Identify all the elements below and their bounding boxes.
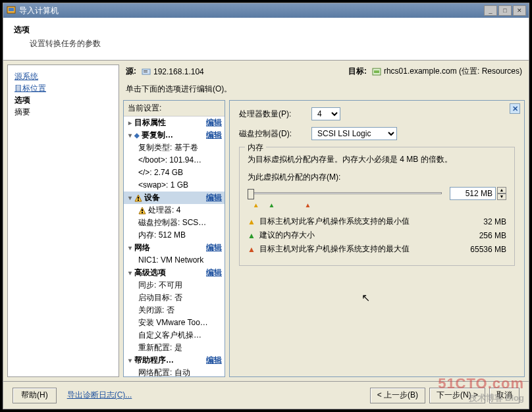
edit-link[interactable]: 编辑 — [206, 192, 222, 203]
server-icon — [142, 67, 151, 76]
item-boot[interactable]: </boot>: 101.94… — [124, 154, 225, 167]
back-button[interactable]: < 上一步(B) — [370, 388, 425, 403]
wizard-footer: 帮助(H) 导出诊断日志(C)... < 上一步(B) 下一步(N) > 取消 — [3, 381, 529, 409]
spinner-down[interactable]: ▼ — [497, 193, 506, 200]
settings-tree[interactable]: 当前设置: ▸ 目标属性 编辑 ▾ ◆ 要复制… 编辑 复制类型: 基于卷 </… — [123, 100, 225, 377]
warning-icon — [134, 194, 142, 202]
maximize-button[interactable]: □ — [498, 5, 512, 16]
slider-markers: ▲ ▲ ▲ — [248, 201, 506, 211]
chevron-down-icon: ▾ — [126, 242, 133, 253]
right-pane: 源: 192.168.1.104 目标: rhcs01.example.com … — [119, 61, 529, 381]
nav-source-system[interactable]: 源系统 — [14, 70, 112, 82]
memory-hint: 为目标虚拟机分配内存量。内存大小必须是 4 MB 的倍数。 — [248, 154, 506, 165]
marker-rec-icon: ▲ — [268, 201, 275, 209]
item-customize[interactable]: 自定义客户机操… — [124, 329, 225, 342]
titlebar[interactable]: 导入计算机 _ □ ✕ — [3, 3, 529, 18]
item-sync[interactable]: 同步: 不可用 — [124, 279, 225, 292]
nav-target-location[interactable]: 目标位置 — [14, 82, 112, 94]
item-root[interactable]: </>: 2.74 GB — [124, 167, 225, 179]
disk-ctrl-label: 磁盘控制器(D): — [239, 128, 311, 140]
memory-legend: 内存 — [245, 142, 266, 153]
source-value: 192.168.1.104 — [153, 67, 204, 76]
svg-rect-3 — [144, 70, 147, 71]
mouse-cursor-icon: ↖ — [361, 292, 370, 304]
memory-fieldset: 内存 为目标虚拟机分配内存量。内存大小必须是 4 MB 的倍数。 为此虚拟机分配… — [239, 147, 515, 266]
diamond-icon: ◆ — [134, 130, 140, 141]
chevron-down-icon: ▾ — [126, 192, 133, 203]
marker-min-icon: ▲ — [253, 201, 259, 209]
export-log-link[interactable]: 导出诊断日志(C)... — [67, 390, 132, 401]
cpu-count-select[interactable]: 4 — [311, 107, 340, 120]
group-to-copy[interactable]: ▾ ◆ 要复制… 编辑 — [124, 129, 225, 142]
memory-slider[interactable] — [248, 187, 442, 200]
item-vmtools[interactable]: 安装 VMware Too… — [124, 317, 225, 329]
group-devices[interactable]: ▾ 设备 编辑 — [124, 192, 225, 204]
edit-link[interactable]: 编辑 — [206, 242, 222, 253]
group-advanced[interactable]: ▾ 高级选项 编辑 — [124, 267, 225, 279]
window-title: 导入计算机 — [19, 5, 483, 16]
app-icon — [6, 5, 16, 16]
legend-max: ▲ 目标主机对此客户机操作系统支持的最大值 65536 MB — [248, 244, 506, 255]
svg-rect-6 — [374, 70, 379, 73]
item-netcfg[interactable]: 网络配置: 自动 — [124, 367, 225, 377]
nav-options: 选项 — [14, 94, 112, 106]
source-label: 源: — [126, 66, 136, 77]
item-cpu[interactable]: 处理器: 4 — [124, 204, 225, 217]
svg-rect-11 — [142, 209, 143, 211]
host-icon — [372, 67, 381, 76]
help-button[interactable]: 帮助(H) — [13, 388, 57, 403]
config-panel: ✕ 处理器数量(P): 4 磁盘控制器(D): SCSI LSI Logic — [229, 100, 525, 377]
edit-link[interactable]: 编辑 — [206, 130, 222, 141]
edit-link[interactable]: 编辑 — [206, 117, 222, 128]
chevron-down-icon: ▾ — [126, 267, 133, 278]
legend-min: ▲ 目标主机对此客户机操作系统支持的最小值 32 MB — [248, 216, 506, 227]
svg-rect-4 — [144, 72, 147, 72]
item-copy-type[interactable]: 复制类型: 基于卷 — [124, 142, 225, 154]
chevron-down-icon: ▾ — [126, 355, 133, 366]
cpu-count-label: 处理器数量(P): — [239, 109, 311, 120]
warning-icon — [138, 207, 146, 215]
wizard-body: 源系统 目标位置 选项 摘要 源: 192.168.1.104 目标: rhcs… — [3, 61, 529, 381]
group-target-props[interactable]: ▸ 目标属性 编辑 — [124, 116, 225, 129]
edit-link[interactable]: 编辑 — [206, 355, 222, 366]
page-title: 选项 — [14, 24, 518, 36]
group-helpers[interactable]: ▾ 帮助程序… 编辑 — [124, 354, 225, 367]
target-value: rhcs01.example.com (位置: Resources) — [384, 66, 522, 77]
item-memory[interactable]: 内存: 512 MB — [124, 229, 225, 242]
item-boot-target[interactable]: 启动目标: 否 — [124, 292, 225, 304]
cancel-button[interactable]: 取消 — [489, 388, 519, 403]
memory-input[interactable] — [450, 187, 496, 200]
slider-thumb[interactable] — [248, 189, 254, 199]
tree-header: 当前设置: — [124, 101, 225, 116]
minimize-button[interactable]: _ — [484, 5, 497, 16]
legend-rec: ▲ 建议的内存大小 256 MB — [248, 230, 506, 241]
group-network[interactable]: ▾ 网络 编辑 — [124, 242, 225, 254]
page-subtitle: 设置转换任务的参数 — [30, 38, 518, 49]
marker-max-icon: ▲ — [304, 201, 311, 209]
instruction-text: 单击下面的选项进行编辑(O)。 — [123, 81, 525, 100]
triangle-orange-icon: ▲ — [248, 245, 255, 254]
next-button[interactable]: 下一步(N) > — [429, 388, 485, 403]
item-disk-ctrl[interactable]: 磁盘控制器: SCS… — [124, 217, 225, 229]
item-reconfig[interactable]: 重新配置: 是 — [124, 342, 225, 354]
triangle-green-icon: ▲ — [248, 231, 255, 240]
target-label: 目标: — [348, 66, 367, 77]
spinner-up[interactable]: ▲ — [497, 187, 506, 193]
disk-ctrl-select[interactable]: SCSI LSI Logic — [311, 127, 397, 140]
svg-rect-12 — [142, 212, 143, 213]
close-button[interactable]: ✕ — [513, 5, 526, 16]
import-computer-window: 导入计算机 _ □ ✕ 选项 设置转换任务的参数 源系统 目标位置 选项 摘要 … — [3, 3, 529, 409]
source-target-row: 源: 192.168.1.104 目标: rhcs01.example.com … — [123, 64, 525, 81]
item-nic1[interactable]: NIC1: VM Network — [124, 254, 225, 267]
triangle-yellow-icon: ▲ — [248, 217, 255, 226]
item-close-src[interactable]: 关闭源: 否 — [124, 304, 225, 317]
svg-rect-8 — [138, 197, 139, 199]
memory-spinner[interactable]: ▲ ▼ — [497, 187, 506, 200]
svg-rect-1 — [9, 8, 14, 11]
close-panel-button[interactable]: ✕ — [510, 103, 520, 114]
item-swap[interactable]: <swap>: 1 GB — [124, 179, 225, 192]
mem-alloc-label: 为此虚拟机分配的内存(M): — [248, 172, 506, 183]
svg-rect-9 — [138, 199, 139, 201]
chevron-right-icon: ▸ — [126, 117, 133, 128]
edit-link[interactable]: 编辑 — [206, 267, 222, 278]
